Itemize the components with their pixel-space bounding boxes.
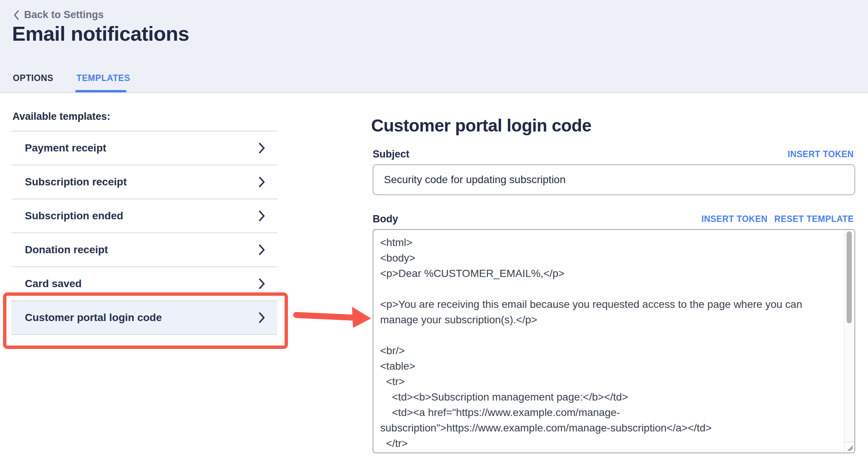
chevron-left-icon	[13, 9, 20, 21]
resize-grip-icon	[847, 445, 853, 451]
body-label: Body	[373, 213, 398, 225]
template-label: Customer portal login code	[25, 312, 162, 324]
editor-title: Customer portal login code	[371, 115, 591, 136]
body-insert-token-button[interactable]: INSERT TOKEN	[701, 214, 767, 224]
template-label: Donation receipt	[25, 244, 108, 256]
page-title: Email notifications	[12, 22, 189, 45]
subject-insert-token-button[interactable]: INSERT TOKEN	[787, 149, 854, 159]
template-list-item-subscription-receipt[interactable]: Subscription receipt	[11, 165, 277, 199]
body-editor-wrap	[373, 229, 855, 453]
chevron-right-icon	[258, 210, 265, 222]
chevron-right-icon	[258, 176, 265, 188]
scrollbar-thumb[interactable]	[847, 231, 852, 323]
template-label: Payment receipt	[25, 142, 106, 154]
chevron-right-icon	[258, 142, 265, 154]
template-list-item-card-saved[interactable]: Card saved	[11, 267, 277, 301]
body-editor-textarea[interactable]	[373, 229, 855, 453]
template-list-item-donation-receipt[interactable]: Donation receipt	[11, 233, 277, 267]
template-label: Subscription receipt	[25, 176, 127, 188]
subject-input[interactable]	[373, 164, 855, 195]
annotation-arrow-icon	[292, 301, 375, 335]
back-to-settings-link[interactable]: Back to Settings	[13, 9, 104, 21]
subject-label: Subject	[373, 148, 410, 160]
body-reset-template-button[interactable]: RESET TEMPLATE	[774, 214, 854, 224]
chevron-right-icon	[258, 243, 265, 256]
tab-options[interactable]: OPTIONS	[13, 73, 53, 83]
active-tab-underline	[75, 90, 126, 92]
template-label: Subscription ended	[25, 210, 123, 222]
template-label: Card saved	[25, 278, 82, 290]
chevron-right-icon	[258, 277, 265, 290]
page-header: Back to Settings Email notifications OPT…	[0, 0, 868, 93]
back-label: Back to Settings	[24, 9, 104, 21]
templates-list: Payment receipt Subscription receipt Sub…	[11, 131, 277, 335]
available-templates-heading: Available templates:	[12, 111, 110, 122]
scrollbar-track[interactable]	[844, 230, 854, 442]
template-list-item-subscription-ended[interactable]: Subscription ended	[11, 199, 277, 233]
chevron-right-icon	[258, 311, 265, 324]
template-list-item-payment-receipt[interactable]: Payment receipt	[11, 132, 277, 165]
email-notifications-page: Back to Settings Email notifications OPT…	[0, 0, 868, 468]
tab-templates[interactable]: TEMPLATES	[76, 73, 130, 83]
template-list-item-customer-portal-login-code[interactable]: Customer portal login code	[11, 301, 277, 335]
resize-handle[interactable]	[844, 442, 854, 453]
